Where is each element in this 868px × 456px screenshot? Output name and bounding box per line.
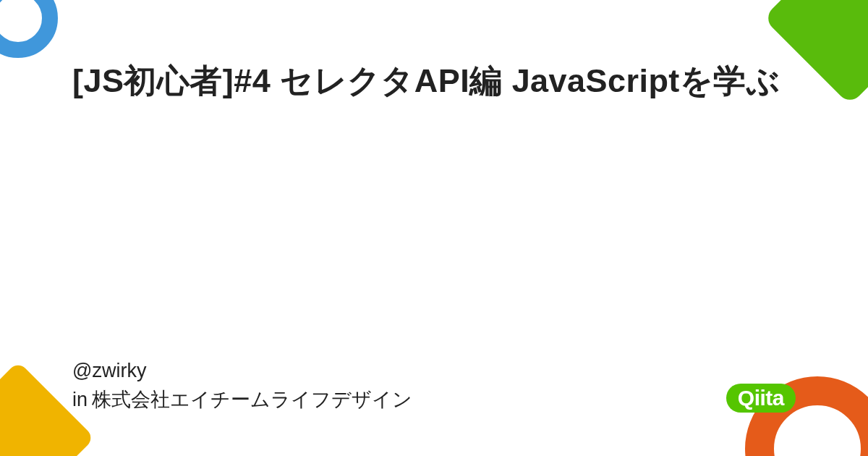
card-content: [JS初心者]#4 セレクタAPI編 JavaScriptを学ぶ @zwirky…: [0, 0, 868, 456]
author-meta: @zwirky in株式会社エイチームライフデザイン: [72, 360, 412, 413]
author-handle: @zwirky: [72, 360, 412, 382]
organization-name: 株式会社エイチームライフデザイン: [92, 389, 412, 410]
qiita-logo: Qiita: [726, 384, 796, 413]
organization-line: in株式会社エイチームライフデザイン: [72, 387, 412, 413]
organization-prefix: in: [72, 389, 88, 410]
card-footer: @zwirky in株式会社エイチームライフデザイン Qiita: [72, 360, 796, 413]
article-title: [JS初心者]#4 セレクタAPI編 JavaScriptを学ぶ: [72, 56, 796, 106]
